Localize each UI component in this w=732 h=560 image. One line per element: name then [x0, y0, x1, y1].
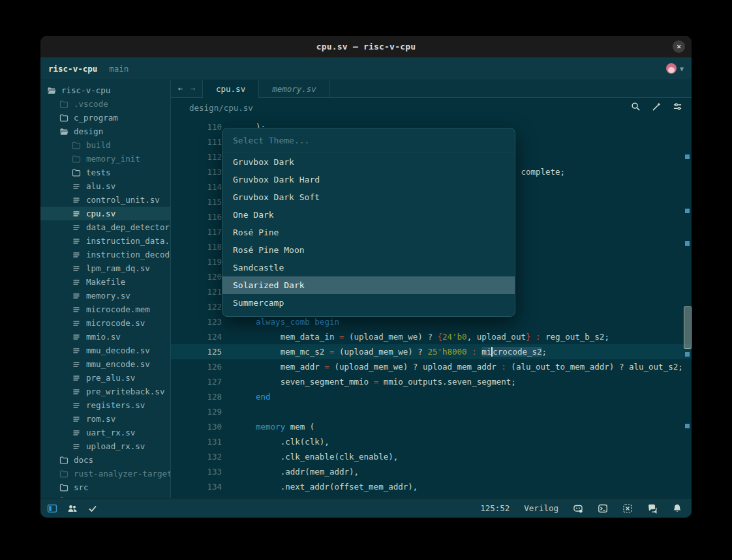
chat-icon[interactable] [647, 503, 658, 514]
tree-item-c_program[interactable]: c_program [40, 111, 170, 125]
tree-item-label: mmu_encode.sv [86, 359, 150, 369]
edit-prediction-icon[interactable] [573, 503, 583, 514]
tab-cpu.sv[interactable]: cpu.sv [203, 80, 259, 98]
tree-item-instruction_decoder.sv[interactable]: instruction_decoder.sv [40, 248, 170, 261]
tree-item-microcode.mem[interactable]: microcode.mem [40, 302, 170, 316]
theme-search-input[interactable]: Select Theme... [222, 128, 515, 153]
project-name-button[interactable]: risc-v-cpu [48, 64, 97, 74]
code-line-134[interactable]: 134 .next_addr(offset_mem_addr), [171, 479, 692, 494]
magic-wand-icon[interactable] [652, 102, 662, 114]
text-cursor [491, 347, 493, 357]
tree-item-rust-analyzer-target[interactable]: rust-analyzer-target [40, 467, 170, 480]
tree-item-.vscode[interactable]: .vscode [40, 97, 170, 111]
project-panel: risc-v-cpu.vscodec_programdesignbuildmem… [40, 80, 171, 498]
tree-item-control_unit.sv[interactable]: control_unit.sv [40, 193, 170, 207]
theme-option-Sandcastle[interactable]: Sandcastle [222, 259, 515, 276]
file-icon [72, 305, 81, 314]
code-line-135[interactable]: 135 .data_in(mem_data_in) [171, 494, 692, 498]
file-icon [72, 264, 81, 273]
tree-item-pre_writeback.sv[interactable]: pre_writeback.sv [40, 385, 170, 398]
theme-option-Rosé Pine Moon[interactable]: Rosé Pine Moon [222, 241, 515, 259]
folder-icon [72, 168, 81, 177]
tree-item-memory_init[interactable]: memory_init [40, 152, 170, 166]
status-bar: 125:52 Verilog [40, 498, 692, 518]
tree-item-label: build [86, 140, 111, 150]
file-icon [72, 319, 81, 328]
code-line-127[interactable]: 127 seven_segment_mmio = mmio_outputs.se… [171, 374, 692, 389]
nav-forward-icon[interactable]: → [191, 84, 195, 93]
avatar[interactable] [666, 63, 677, 74]
branch-button[interactable]: main [109, 64, 129, 74]
tab-memory.sv[interactable]: memory.sv [259, 80, 330, 97]
diagnostics-check-icon[interactable] [87, 503, 98, 514]
tree-item-registers.sv[interactable]: registers.sv [40, 398, 170, 412]
assistant-panel-icon[interactable] [622, 503, 633, 514]
tree-item-design[interactable]: design [40, 125, 170, 138]
theme-option-Gruvbox Dark[interactable]: Gruvbox Dark [222, 153, 515, 171]
line-number: 113 [171, 164, 222, 179]
tree-item-mmu_decode.sv[interactable]: mmu_decode.sv [40, 344, 170, 357]
tree-item-alu.sv[interactable]: alu.sv [40, 179, 170, 193]
tree-item-pre_alu.sv[interactable]: pre_alu.sv [40, 371, 170, 385]
tree-item-cpu.sv[interactable]: cpu.sv [40, 207, 170, 220]
file-icon [72, 428, 81, 437]
line-number: 133 [171, 464, 222, 479]
terminal-icon[interactable] [598, 503, 608, 514]
tree-item-instruction_data.sv[interactable]: instruction_data.sv [40, 234, 170, 248]
close-icon[interactable]: ✕ [673, 40, 685, 53]
tree-item-memory.sv[interactable]: memory.sv [40, 289, 170, 302]
chevron-down-icon[interactable]: ▼ [680, 65, 684, 72]
tree-item-src[interactable]: src [40, 480, 170, 494]
scrollbar-thumb[interactable] [684, 306, 692, 349]
tree-item-label: docs [74, 455, 93, 465]
theme-option-Gruvbox Dark Hard[interactable]: Gruvbox Dark Hard [222, 171, 515, 188]
tree-item-risc-v-cpu[interactable]: risc-v-cpu [40, 83, 170, 97]
project-panel-toggle-icon[interactable] [47, 503, 57, 514]
code-line-128[interactable]: 128end [171, 389, 692, 404]
code-line-130[interactable]: 130memory mem ( [171, 419, 692, 434]
tree-item-label: mmu_decode.sv [86, 346, 150, 355]
code-line-125[interactable]: 125 mem_mc_s2 = (upload_mem_we) ? 25'h80… [171, 344, 692, 359]
theme-option-Solarized Dark[interactable]: Solarized Dark [222, 276, 515, 294]
tree-item-label: Makefile [86, 277, 125, 287]
line-number: 110 [171, 119, 222, 134]
tree-item-lpm_ram_dq.sv[interactable]: lpm_ram_dq.sv [40, 261, 170, 275]
code-line-131[interactable]: 131 .clk(clk), [171, 434, 692, 449]
tree-item-label: tests [86, 168, 111, 177]
title-bar: cpu.sv — risc-v-cpu ✕ [40, 36, 692, 57]
theme-option-One Dark[interactable]: One Dark [222, 206, 515, 224]
search-icon[interactable] [631, 102, 641, 114]
language-selector[interactable]: Verilog [524, 503, 558, 513]
tree-item-Makefile[interactable]: Makefile [40, 275, 170, 289]
tree-item-uart_rx.sv[interactable]: uart_rx.sv [40, 426, 170, 439]
tree-item-label: c_program [74, 113, 118, 123]
theme-option-Summercamp[interactable]: Summercamp [222, 294, 515, 312]
tree-item-upload_rx.sv[interactable]: upload_rx.sv [40, 439, 170, 453]
cursor-position[interactable]: 125:52 [480, 503, 510, 513]
tree-item-tests[interactable]: tests [40, 166, 170, 179]
theme-option-Rosé Pine[interactable]: Rosé Pine [222, 224, 515, 241]
line-number: 119 [171, 254, 222, 269]
tree-item-data_dep_detector.sv[interactable]: data_dep_detector.sv [40, 220, 170, 234]
tree-item-mmu_encode.sv[interactable]: mmu_encode.sv [40, 357, 170, 371]
collaboration-icon[interactable] [67, 503, 78, 514]
line-number: 122 [171, 299, 222, 314]
code-line-133[interactable]: 133 .addr(mem_addr), [171, 464, 692, 479]
code-line-129[interactable]: 129 [171, 404, 692, 419]
folder-open-icon [47, 86, 56, 95]
breadcrumb[interactable]: design/cpu.sv [189, 103, 253, 113]
tree-item-build[interactable]: build [40, 138, 170, 152]
code-line-124[interactable]: 124 mem_data_in = (upload_mem_we) ? {24'… [171, 329, 692, 344]
tree-item-docs[interactable]: docs [40, 453, 170, 467]
tree-item-mmio.sv[interactable]: mmio.sv [40, 330, 170, 344]
code-line-126[interactable]: 126 mem_addr = (upload_mem_we) ? upload_… [171, 359, 692, 374]
notifications-bell-icon[interactable] [672, 503, 682, 514]
code-line-132[interactable]: 132 .clk_enable(clk_enable), [171, 449, 692, 464]
tab-bar: ← → cpu.svmemory.sv [171, 80, 692, 98]
folder-icon [59, 100, 69, 109]
tree-item-microcode.sv[interactable]: microcode.sv [40, 316, 170, 330]
code-settings-icon[interactable] [673, 102, 682, 114]
tree-item-rom.sv[interactable]: rom.sv [40, 412, 170, 426]
theme-option-Gruvbox Dark Soft[interactable]: Gruvbox Dark Soft [222, 188, 515, 206]
nav-back-icon[interactable]: ← [178, 84, 183, 93]
